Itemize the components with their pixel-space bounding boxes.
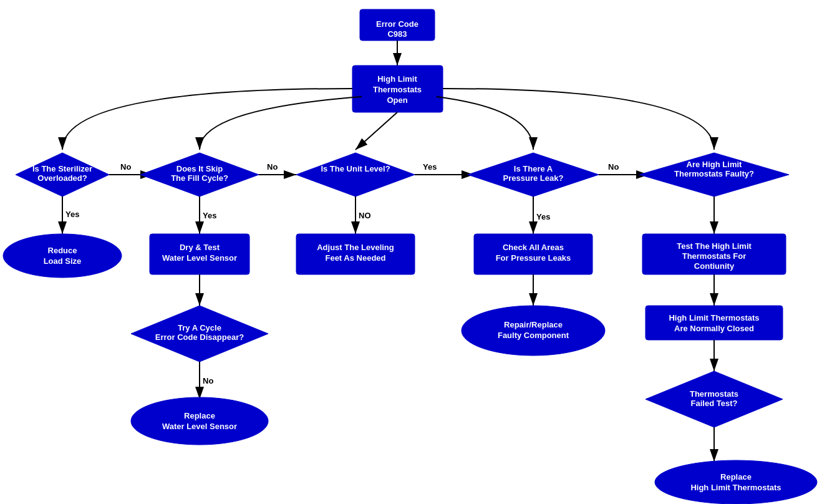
- repair-replace-label1: Repair/Replace: [504, 320, 563, 329]
- overloaded-label2: Overloaded?: [37, 173, 87, 183]
- svg-marker-17: [296, 153, 415, 196]
- yes-label-pressure: Yes: [536, 212, 550, 221]
- hl-faulty-label2: Thermostats Faulty?: [674, 169, 754, 178]
- try-cycle-label1: Try A Cycle: [178, 323, 221, 332]
- yes-label-1: Yes: [65, 210, 79, 219]
- replace-sensor-label2: Water Level Sensor: [162, 422, 237, 431]
- dry-test-label2: Water Level Sensor: [162, 253, 237, 263]
- hl-normally-closed-label2: Are Normally Closed: [674, 324, 754, 333]
- yes-label-3: Yes: [423, 162, 437, 172]
- svg-point-16: [131, 397, 268, 445]
- hl-faulty-label1: Are High Limit: [687, 160, 743, 169]
- yes-label-2: Yes: [203, 211, 216, 220]
- no-label-1: No: [120, 162, 131, 172]
- thermo-failed-label1: Thermostats: [690, 389, 738, 399]
- no-label-unit: NO: [359, 211, 371, 220]
- check-pressure-label1: Check All Areas: [503, 243, 564, 252]
- overloaded-label1: Is The Sterilizer: [32, 164, 92, 173]
- replace-hl-label1: Replace: [720, 472, 752, 482]
- repair-replace-label2: Faulty Component: [498, 331, 569, 340]
- svg-rect-31: [646, 306, 783, 340]
- check-pressure-label2: For Pressure Leaks: [496, 253, 571, 263]
- svg-line-4: [355, 112, 397, 150]
- high-limit-open-label1: High Limit: [377, 74, 417, 84]
- svg-point-8: [3, 234, 122, 278]
- high-limit-open-label2: Thermostats: [373, 85, 422, 94]
- test-hl-label2: Thermostats For: [682, 251, 747, 261]
- reduce-load-label1: Reduce: [48, 246, 77, 255]
- test-hl-label1: Test The High Limit: [677, 241, 752, 251]
- error-code-label2: C983: [387, 29, 407, 39]
- unit-level-label1: Is The Unit Level?: [321, 164, 390, 173]
- error-code-label: Error Code: [376, 19, 418, 29]
- adjust-leveling-label2: Feet As Needed: [325, 253, 385, 263]
- no-label-2: No: [267, 162, 278, 172]
- reduce-load-label2: Load Size: [44, 256, 82, 266]
- skip-fill-label2: The Fill Cycle?: [171, 173, 228, 183]
- try-cycle-label2: Error Code Disappear?: [155, 332, 244, 342]
- replace-sensor-label1: Replace: [184, 411, 215, 420]
- pressure-leak-label1: Is There A: [514, 164, 553, 173]
- skip-fill-label1: Does It Skip: [176, 164, 223, 173]
- dry-test-label1: Dry & Test: [180, 243, 220, 252]
- high-limit-open-label3: Open: [387, 95, 407, 105]
- no-label-try: No: [203, 376, 213, 385]
- hl-normally-closed-label1: High Limit Thermostats: [669, 313, 759, 322]
- no-label-pressure: No: [608, 162, 619, 172]
- test-hl-label3: Contiunity: [694, 261, 735, 271]
- replace-hl-label2: High Limit Thermostats: [690, 483, 781, 492]
- svg-point-35: [655, 460, 817, 504]
- adjust-leveling-label1: Adjust The Leveling: [317, 243, 394, 252]
- pressure-leak-label2: Pressure Leak?: [503, 173, 564, 183]
- thermo-failed-label2: Failed Test?: [691, 399, 738, 408]
